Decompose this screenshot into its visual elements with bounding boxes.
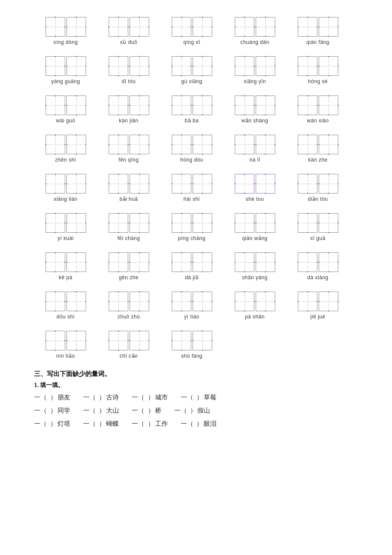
char-cell [256, 213, 275, 233]
measure-pre: 一（ ） [132, 420, 154, 428]
char-cell [193, 213, 212, 233]
char-cell [66, 95, 86, 115]
measure-item-0-3: 一（ ）草莓 [181, 393, 217, 402]
word-box-6-4: dà xiàng [286, 252, 349, 280]
char-boxes [109, 292, 149, 311]
char-boxes [46, 252, 86, 272]
pinyin-label: bǎ ba [185, 118, 199, 124]
word-box-2-4: wán xiào [286, 95, 349, 124]
char-boxes [235, 95, 275, 115]
word-box-0-1: xǔ duō [97, 17, 160, 45]
char-boxes [235, 174, 275, 194]
measure-pre: 一（ ） [34, 393, 57, 402]
char-cell [298, 135, 317, 154]
char-cell [256, 56, 275, 76]
char-boxes [172, 174, 212, 194]
char-cell [109, 252, 128, 272]
char-cell [298, 95, 317, 115]
measure-post: 眼泪 [204, 420, 216, 428]
word-grid: xíng dòngxǔ duōqíng sīchuáng dānqián fān… [34, 17, 358, 362]
word-box-2-1: kàn jiān [97, 95, 160, 124]
char-cell [235, 213, 254, 233]
char-cell [109, 135, 128, 154]
char-boxes [109, 252, 149, 272]
char-boxes [46, 56, 86, 76]
char-boxes [46, 213, 86, 233]
char-cell [256, 252, 275, 272]
char-cell [172, 56, 191, 76]
measure-pre: 一（ ） [83, 407, 106, 415]
char-cell [193, 56, 212, 76]
pinyin-label: kàn zhe [308, 157, 328, 163]
word-box-4-2: hái shì [160, 174, 223, 202]
word-row-8: nín hǎochī cǎoshū fáng [34, 331, 358, 359]
char-cell [193, 292, 212, 311]
pinyin-label: píng cháng [178, 235, 205, 241]
char-boxes [109, 135, 149, 154]
measure-pre: 一（ ） [34, 420, 57, 428]
word-row-1: yáng guāngdī tóugù xiāngxiāng yīnhóng sè [34, 56, 358, 84]
char-cell [66, 252, 86, 272]
char-cell [256, 17, 275, 37]
char-cell [235, 292, 254, 311]
char-cell [319, 213, 338, 233]
pinyin-label: hái shì [184, 196, 200, 202]
char-boxes [172, 56, 212, 76]
char-cell [319, 56, 338, 76]
char-cell [193, 17, 212, 37]
pinyin-label: hóng dòu [180, 157, 203, 163]
pinyin-label: qián wǎng [242, 235, 268, 241]
char-boxes [235, 292, 275, 311]
char-cell [46, 174, 65, 194]
char-cell [172, 213, 191, 233]
word-box-1-1: dī tóu [97, 56, 160, 84]
measure-item-1-2: 一（ ）桥 [132, 407, 161, 415]
char-cell [66, 17, 86, 37]
char-boxes [109, 331, 149, 350]
measure-pre: 一（ ） [34, 407, 57, 415]
pinyin-label: shān yáng [242, 275, 268, 280]
pinyin-label: wài guó [56, 118, 75, 124]
char-cell [109, 56, 128, 76]
pinyin-label: gù xiāng [181, 78, 202, 84]
char-cell [130, 252, 149, 272]
pinyin-label: zhēn shì [55, 157, 76, 163]
char-cell [235, 56, 254, 76]
char-boxes [46, 174, 86, 194]
pinyin-label: yì tiáo [184, 314, 199, 320]
char-cell [256, 292, 275, 311]
word-box-4-3: shé tou [223, 174, 286, 202]
word-box-5-2: píng cháng [160, 213, 223, 241]
char-cell [46, 252, 65, 272]
pinyin-label: xī guā [310, 235, 326, 241]
subsection1-title: 1. 填一填。 [34, 382, 358, 389]
char-cell [46, 56, 65, 76]
char-cell [66, 292, 86, 311]
word-box-2-0: wài guó [34, 95, 97, 124]
measure-pre: 一（ ） [174, 407, 197, 415]
word-box-3-4: kàn zhe [286, 135, 349, 163]
word-box-0-0: xíng dòng [34, 17, 97, 45]
pinyin-label: nà lǐ [250, 157, 260, 163]
char-cell [256, 95, 275, 115]
char-cell [130, 135, 149, 154]
char-cell [298, 17, 317, 37]
pinyin-label: qián fāng [306, 39, 329, 45]
pinyin-label: shé tou [246, 196, 264, 202]
word-box-6-2: dà jiā [160, 252, 223, 280]
char-boxes [235, 213, 275, 233]
word-box-5-3: qián wǎng [223, 213, 286, 241]
word-box-3-0: zhēn shì [34, 135, 97, 163]
word-box-3-1: fēn qīng [97, 135, 160, 163]
word-box-0-4: qián fāng [286, 17, 349, 45]
char-boxes [298, 95, 338, 115]
char-boxes [172, 213, 212, 233]
word-row-6: kě pàgēn zhedà jiāshān yángdà xiàng [34, 252, 358, 280]
word-box-5-0: yí kuài [34, 213, 97, 241]
pinyin-label: kě pà [59, 275, 72, 280]
char-boxes [298, 135, 338, 154]
pinyin-label: fēi cháng [117, 235, 140, 241]
char-boxes [109, 174, 149, 194]
word-box-5-1: fēi cháng [97, 213, 160, 241]
word-box-7-2: yì tiáo [160, 292, 223, 320]
